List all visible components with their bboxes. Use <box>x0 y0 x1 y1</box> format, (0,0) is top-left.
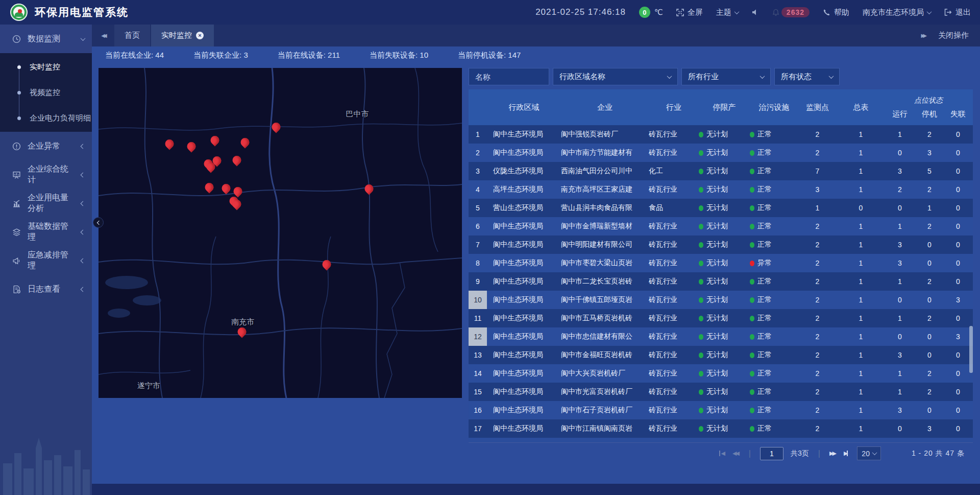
cell-limit-status: 无计划 <box>699 346 750 364</box>
tab-close-icon[interactable]: × <box>196 32 204 39</box>
help-button[interactable]: 帮助 <box>823 8 849 17</box>
table-row[interactable]: 5营山生态环境局营山县润丰肉食品有限食品无计划正常10010 <box>469 199 973 217</box>
treatment-status-label: 正常 <box>757 369 772 378</box>
last-page-button[interactable]: ▶ <box>844 450 850 457</box>
next-page-button[interactable]: ▶▶ <box>829 450 837 457</box>
table-row[interactable]: 13阆中生态环境局阆中市金福旺页岩机砖砖瓦行业无计划正常21300 <box>469 346 973 364</box>
logout-button[interactable]: 退出 <box>944 8 971 17</box>
map-marker-pin[interactable] <box>240 138 249 147</box>
map-marker-pin[interactable] <box>205 183 214 192</box>
row-index: 6 <box>469 217 487 235</box>
stat-label: 当前停机设备: <box>458 51 508 59</box>
tab-实时监控[interactable]: 实时监控× <box>151 25 214 46</box>
map-marker-layer: 巴中市南充市遂宁市 <box>99 68 462 398</box>
table-row[interactable]: 14阆中生态环境局阆中大兴页岩机砖厂砖瓦行业无计划正常21120 <box>469 364 973 383</box>
name-filter[interactable] <box>469 68 549 85</box>
page-number-input[interactable] <box>760 447 783 460</box>
org-menu-button[interactable]: 南充市生态环境局 <box>863 8 931 17</box>
row-index: 4 <box>469 180 487 199</box>
tab-首页[interactable]: 首页 <box>114 25 150 46</box>
chevron-left-icon <box>81 201 86 206</box>
row-index: 11 <box>469 309 487 327</box>
cell-company: 阆中市金福旺页岩机砖 <box>561 346 649 364</box>
notification-button[interactable]: 2632 <box>772 7 810 17</box>
industry-filter-select[interactable]: 所有行业 <box>681 68 771 85</box>
map-marker-pin[interactable] <box>222 184 230 193</box>
tabs-scroll-right-button[interactable]: ▶▶ <box>921 33 925 38</box>
table-row[interactable]: 4高坪生态环境局南充市高坪区王家店建砖瓦行业无计划正常31220 <box>469 180 973 199</box>
map-city-label: 南充市 <box>231 317 254 326</box>
sidebar-item-base-data[interactable]: 基础数据管理 <box>0 218 92 246</box>
map-marker-pin[interactable] <box>364 184 373 193</box>
map-marker-pin[interactable] <box>210 136 219 145</box>
name-filter-input[interactable] <box>475 73 543 81</box>
table-row[interactable]: 17阆中生态环境局阆中市江南镇阆南页岩砖瓦行业无计划正常21030 <box>469 419 973 438</box>
region-filter-select[interactable]: 行政区域名称 <box>553 68 678 85</box>
cell-treatment-status: 正常 <box>750 401 798 419</box>
page-size-select[interactable]: 20 <box>857 446 881 460</box>
previous-page-button[interactable]: ◀◀ <box>732 450 740 457</box>
table-row[interactable]: 15阆中生态环境局阆中市光富页岩机砖厂砖瓦行业无计划正常21120 <box>469 383 973 401</box>
city-skyline-watermark <box>0 434 92 495</box>
status-dot-icon <box>750 371 754 376</box>
table-row[interactable]: 1阆中生态环境局阆中强锐页岩砖厂砖瓦行业无计划正常21120 <box>469 125 973 144</box>
cell-region: 阆中生态环境局 <box>487 383 561 401</box>
fullscreen-button[interactable]: 全屏 <box>676 8 703 17</box>
region-filter-value: 行政区域名称 <box>559 72 605 82</box>
sidebar-item-enterprise-abnormal[interactable]: 企业异常 <box>0 132 92 160</box>
cell-company: 阆中强锐页岩砖厂 <box>561 125 649 144</box>
treatment-status-label: 正常 <box>757 406 772 415</box>
map-marker-pin[interactable] <box>187 142 196 151</box>
status-filter-select[interactable]: 所有状态 <box>774 68 840 85</box>
table-row[interactable]: 9阆中生态环境局阆中市二龙长宝页岩砖砖瓦行业无计划正常21120 <box>469 272 973 291</box>
sidebar-item-log-view[interactable]: 日志查看 <box>0 275 92 303</box>
cell-stopped: 2 <box>915 217 944 235</box>
cell-industry: 砖瓦行业 <box>649 217 699 235</box>
map-marker-pin[interactable] <box>233 156 241 164</box>
table-row[interactable]: 2阆中生态环境局阆中市南方节能建材有砖瓦行业无计划正常21030 <box>469 144 973 162</box>
close-operations-button[interactable]: 关闭操作 <box>938 31 969 40</box>
cell-limit-status: 无计划 <box>699 217 750 235</box>
table-row[interactable]: 10阆中生态环境局阆中千佛镇五郎垭页岩砖瓦行业无计划正常21003 <box>469 291 973 309</box>
theme-button[interactable]: 主题 <box>716 8 739 17</box>
table-row[interactable]: 7阆中生态环境局阆中明阳建材有限公司砖瓦行业无计划正常21300 <box>469 235 973 254</box>
treatment-status-label: 正常 <box>757 277 772 286</box>
table-row[interactable]: 3仪陇生态环境局西南油气田分公司川中化工无计划正常71350 <box>469 162 973 180</box>
first-page-button[interactable]: ◀ <box>719 450 725 457</box>
map-marker-pin[interactable] <box>213 156 222 165</box>
sidebar-item-enterprise-stats[interactable]: 企业综合统计 <box>0 160 92 189</box>
table-scrollbar-thumb[interactable] <box>969 326 973 373</box>
cell-total-meters: 1 <box>837 346 885 364</box>
sidebar-item-video-monitor[interactable]: 视频监控 <box>0 80 92 105</box>
fullscreen-icon <box>676 9 684 16</box>
sidebar-item-data-monitor[interactable]: 数据监测 <box>0 25 92 53</box>
map-marker-pin[interactable] <box>165 139 174 148</box>
map-marker-pin[interactable] <box>272 123 281 131</box>
sidebar-item-power-analysis[interactable]: 企业用电量分析 <box>0 189 92 218</box>
tabs-scroll-left-button[interactable]: ◀◀ <box>92 25 114 46</box>
map-marker-pin[interactable] <box>233 187 242 196</box>
sidebar-collapse-button[interactable] <box>93 217 104 228</box>
map-marker-pin[interactable] <box>233 200 241 208</box>
sidebar-item-emergency-reduction[interactable]: 应急减排管理 <box>0 246 92 275</box>
cell-disconnected: 3 <box>944 327 972 346</box>
sidebar-item-power-load-detail[interactable]: 企业电力负荷明细 <box>0 105 92 131</box>
table-row[interactable]: 6阆中生态环境局阆中市金博瑞新型墙材砖瓦行业无计划正常21120 <box>469 217 973 235</box>
total-pages-label: 共3页 <box>791 449 809 458</box>
map-marker-pin[interactable] <box>238 327 247 336</box>
table-row[interactable]: 16阆中生态环境局阆中市石子页岩机砖厂砖瓦行业无计划正常21300 <box>469 401 973 419</box>
cell-running: 1 <box>885 272 915 291</box>
limit-status-label: 无计划 <box>706 130 728 139</box>
table-header: 行政区域 企业 行业 停限产 治污设施 监测点 总表 点位状态 运行 停机 <box>469 89 973 125</box>
table-row[interactable]: 11阆中生态环境局阆中市五马桥页岩机砖砖瓦行业无计划正常21120 <box>469 309 973 327</box>
sidebar-item-realtime-monitor[interactable]: 实时监控 <box>0 54 92 80</box>
map-panel[interactable]: 巴中市南充市遂宁市 <box>99 68 462 398</box>
table-row[interactable]: 8阆中生态环境局阆中市枣碧大梁山页岩砖瓦行业无计划异常21300 <box>469 254 973 272</box>
table-row[interactable]: 12阆中生态环境局阆中市忠信建材有限公砖瓦行业无计划正常21003 <box>469 327 973 346</box>
footer-strip <box>92 484 980 495</box>
bullet-dot-icon <box>17 116 21 120</box>
map-marker-pin[interactable] <box>323 260 331 269</box>
sound-button[interactable] <box>752 9 759 16</box>
chevron-down-icon <box>872 450 877 455</box>
sidebar-item-label: 企业异常 <box>28 141 75 152</box>
